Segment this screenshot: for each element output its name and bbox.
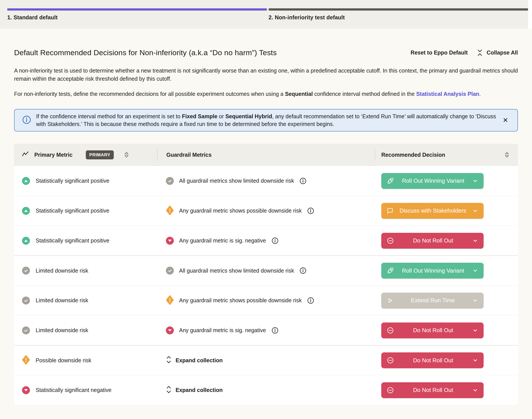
- expand-collection-label: Expand collection: [176, 357, 223, 364]
- decision-label: Roll Out Winning Variant: [394, 177, 472, 184]
- do-not-icon: [387, 237, 394, 244]
- chevron-down-icon: [472, 178, 478, 184]
- sort-icon[interactable]: [124, 151, 129, 158]
- trend-line-icon: [22, 151, 29, 158]
- rocket-icon: [387, 177, 394, 185]
- info-icon[interactable]: [271, 327, 279, 334]
- decision-table: Primary Metric PRIMARY Guardrail Metrics…: [14, 144, 518, 405]
- step2-label: 2. Non-inferiority test default: [269, 14, 528, 21]
- play-icon: [387, 297, 394, 304]
- info-icon[interactable]: [307, 207, 314, 215]
- decision-label: Do Not Roll Out: [394, 357, 472, 364]
- chevron-down-icon: [472, 268, 478, 274]
- primary-metric-value: Possible downside risk: [36, 357, 91, 364]
- table-row: Statistically significant positive Any g…: [14, 196, 518, 225]
- intro-paragraph-2: For non-inferiority tests, define the re…: [14, 90, 518, 98]
- chevron-down-icon: [472, 357, 478, 363]
- rocket-icon: [387, 267, 394, 274]
- limited-risk-icon: [166, 177, 174, 185]
- recommended-decision-column-header: Recommended Decision: [375, 149, 518, 161]
- decision-dropdown[interactable]: Extend Run Time: [381, 293, 484, 308]
- step-standard-default[interactable]: 1. Standard default: [7, 8, 267, 28]
- sig-positive-icon: [22, 237, 30, 245]
- primary-metric-value: Statistically significant positive: [36, 208, 109, 214]
- primary-metric-value: Statistically significant positive: [36, 237, 109, 244]
- info-banner: If the confidence interval method for an…: [14, 109, 518, 131]
- guardrail-metrics-label: Guardrail Metrics: [166, 152, 212, 158]
- intro-p2-bold: Sequential: [285, 91, 313, 97]
- info-circle-icon: [22, 115, 31, 125]
- decision-dropdown[interactable]: Do Not Roll Out: [381, 323, 484, 338]
- collapse-all-button[interactable]: Collapse All: [477, 49, 518, 56]
- statistical-analysis-plan-link[interactable]: Statistical Analysis Plan: [416, 91, 479, 97]
- decision-label: Extend Run Time: [394, 297, 472, 304]
- sig-positive-icon: [22, 207, 30, 215]
- table-row: Statistically significant positive Any g…: [14, 225, 518, 255]
- table-row: Possible downside risk Expand collection…: [14, 345, 518, 375]
- table-row: Limited downside risk Any guardrail metr…: [14, 315, 518, 345]
- expand-collection-button[interactable]: Expand collection: [166, 385, 223, 395]
- close-icon[interactable]: ✕: [501, 116, 510, 124]
- do-not-icon: [387, 327, 394, 334]
- guardrail-metric-value: Any guardrail metric is sig. negative: [179, 237, 266, 244]
- chevron-down-icon: [472, 238, 478, 244]
- info-icon[interactable]: [307, 297, 314, 304]
- primary-metric-column-header: Primary Metric PRIMARY: [14, 150, 157, 159]
- do-not-icon: [387, 357, 394, 364]
- primary-metric-value: Limited downside risk: [36, 297, 88, 304]
- reset-button-label: Reset to Eppo Default: [410, 50, 468, 56]
- limited-risk-icon: [22, 327, 30, 334]
- table-row: Limited downside risk Any guardrail metr…: [14, 285, 518, 315]
- decision-dropdown[interactable]: Do Not Roll Out: [381, 382, 484, 398]
- banner-text-part: If the confidence interval method for an…: [36, 113, 182, 119]
- table-row: Limited downside risk All guardrail metr…: [14, 255, 518, 285]
- decision-dropdown[interactable]: Do Not Roll Out: [381, 233, 484, 249]
- decision-label: Do Not Roll Out: [394, 237, 472, 244]
- step2-progress-bar: [269, 8, 528, 11]
- decision-label: Do Not Roll Out: [394, 327, 472, 334]
- chevron-down-icon: [472, 327, 478, 333]
- possible-risk-icon: [166, 295, 174, 306]
- possible-risk-icon: [166, 206, 174, 216]
- info-icon[interactable]: [299, 177, 307, 185]
- sig-negative-icon: [166, 237, 174, 245]
- reset-to-eppo-default-button[interactable]: Reset to Eppo Default: [410, 50, 468, 56]
- step1-label: 1. Standard default: [7, 14, 267, 21]
- guardrail-metrics-column-header: Guardrail Metrics: [157, 149, 375, 161]
- primary-metric-value: Limited downside risk: [36, 268, 88, 274]
- expand-collection-button[interactable]: Expand collection: [166, 355, 223, 365]
- intro-p2-period: .: [479, 91, 481, 97]
- primary-badge: PRIMARY: [86, 150, 114, 159]
- chevron-down-icon: [472, 297, 478, 304]
- guardrail-metric-value: Any guardrail metric is sig. negative: [179, 327, 266, 333]
- info-icon[interactable]: [271, 237, 279, 244]
- step-non-inferiority-default[interactable]: 2. Non-inferiority test default: [269, 8, 528, 28]
- guardrail-metric-value: Any guardrail metric shows possible down…: [179, 297, 302, 304]
- intro-p2-text2: confidence interval method defined in th…: [313, 91, 416, 97]
- guardrail-metric-value: Any guardrail metric shows possible down…: [179, 208, 302, 214]
- decision-dropdown[interactable]: Roll Out Winning Variant: [381, 173, 484, 189]
- banner-bold-sequential-hybrid: Sequential Hybrid: [225, 113, 272, 119]
- banner-text: If the confidence interval method for an…: [36, 113, 496, 128]
- limited-risk-icon: [22, 267, 30, 275]
- primary-metric-value: Statistically significant positive: [36, 178, 109, 184]
- sig-negative-icon: [166, 327, 174, 334]
- decision-dropdown[interactable]: Do Not Roll Out: [381, 352, 484, 368]
- decision-dropdown[interactable]: Discuss with Stakeholders: [381, 203, 484, 219]
- scrollbar-gutter: [528, 0, 532, 28]
- chevron-down-icon: [472, 387, 478, 393]
- decision-label: Do Not Roll Out: [394, 387, 472, 393]
- expand-collection-label: Expand collection: [176, 387, 223, 393]
- sig-positive-icon: [22, 177, 30, 185]
- expand-icon: [166, 385, 172, 395]
- banner-bold-fixed-sample: Fixed Sample: [182, 113, 217, 119]
- decision-dropdown[interactable]: Roll Out Winning Variant: [381, 263, 484, 278]
- guardrail-metric-value: All guardrail metrics show limited downs…: [179, 178, 294, 184]
- sig-negative-icon: [22, 386, 30, 394]
- table-row: Statistically significant positive All g…: [14, 166, 518, 196]
- guardrail-metric-value: All guardrail metrics show limited downs…: [179, 268, 294, 274]
- sort-icon[interactable]: [504, 151, 510, 158]
- table-row: Statistically significant negative Expan…: [14, 375, 518, 405]
- collapse-button-label: Collapse All: [487, 50, 518, 56]
- info-icon[interactable]: [299, 267, 307, 274]
